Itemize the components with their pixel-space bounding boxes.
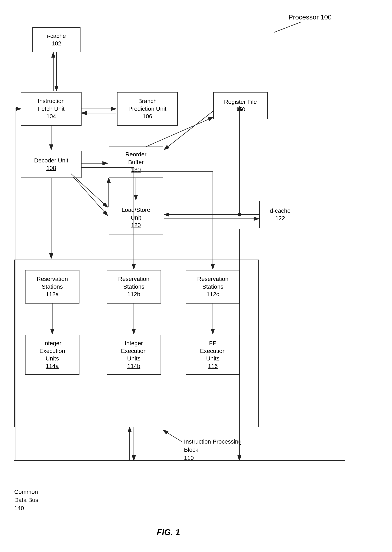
- regfile-number: 150: [236, 106, 245, 113]
- decoder-label: Decoder Unit: [34, 157, 68, 164]
- block-bpu: BranchPrediction Unit 106: [117, 92, 178, 126]
- block-dcache: d-cache 122: [259, 201, 301, 228]
- ieu114b-number: 114b: [127, 362, 140, 370]
- ieu114a-label: IntegerExecutionUnits: [40, 340, 65, 362]
- fig-label: FIG. 1: [157, 528, 180, 537]
- svg-line-11: [71, 174, 108, 207]
- rs112c-label: ReservationStations: [197, 275, 228, 291]
- block-reorder: ReorderBuffer 130: [109, 146, 163, 178]
- bpu-label: BranchPrediction Unit: [128, 97, 166, 113]
- reorder-number: 130: [131, 166, 141, 174]
- block-rs112a: ReservationStations 112a: [25, 270, 79, 304]
- rs112a-number: 112a: [46, 291, 59, 298]
- processor-label: Processor 100: [288, 13, 332, 22]
- svg-line-2: [274, 22, 301, 32]
- svg-point-17: [238, 213, 241, 216]
- diagram: Processor 100 i-cache 102 InstructionFet…: [0, 0, 392, 552]
- ifu-number: 104: [46, 113, 56, 120]
- dcache-label: d-cache: [270, 207, 291, 215]
- fpeu116-number: 116: [208, 362, 218, 370]
- ipb-label: Instruction ProcessingBlock110: [184, 437, 241, 462]
- svg-line-33: [163, 430, 182, 442]
- block-fpeu116: FPExecutionUnits 116: [186, 335, 240, 375]
- loadstore-number: 120: [131, 221, 141, 229]
- block-loadstore: Load/StoreUnit 120: [109, 201, 163, 234]
- loadstore-label: Load/StoreUnit: [122, 206, 150, 221]
- block-icache: i-cache 102: [32, 27, 80, 52]
- rs112b-label: ReservationStations: [118, 275, 149, 291]
- fpeu116-label: FPExecutionUnits: [200, 340, 226, 362]
- block-decoder: Decoder Unit 108: [21, 151, 82, 178]
- regfile-label: Register File: [224, 98, 257, 106]
- rs112b-number: 112b: [127, 291, 140, 298]
- reorder-label: ReorderBuffer: [125, 151, 146, 166]
- icache-number: 102: [52, 40, 62, 47]
- block-rs112c: ReservationStations 112c: [186, 270, 240, 304]
- bpu-number: 106: [143, 113, 152, 120]
- ieu114b-label: IntegerExecutionUnits: [121, 340, 147, 362]
- block-ifu: InstructionFetch Unit 104: [21, 92, 82, 126]
- rs112a-label: ReservationStations: [37, 275, 68, 291]
- ifu-label: InstructionFetch Unit: [38, 97, 65, 113]
- block-ieu114b: IntegerExecutionUnits 114b: [107, 335, 161, 375]
- block-regfile: Register File 150: [213, 92, 268, 119]
- ieu114a-number: 114a: [46, 362, 59, 370]
- dcache-number: 122: [275, 215, 285, 222]
- icache-label: i-cache: [47, 32, 66, 40]
- block-rs112b: ReservationStations 112b: [107, 270, 161, 304]
- decoder-number: 108: [46, 164, 56, 172]
- rs112c-number: 112c: [207, 291, 219, 298]
- block-ieu114a: IntegerExecutionUnits 114a: [25, 335, 79, 375]
- cdb-label: CommonData Bus140: [14, 488, 38, 512]
- svg-line-12: [73, 177, 108, 216]
